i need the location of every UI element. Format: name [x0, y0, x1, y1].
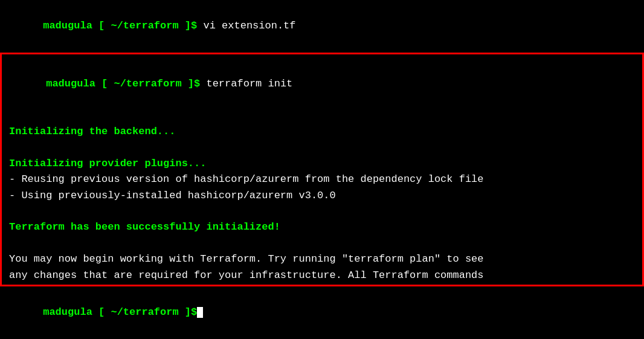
top-bar: madugula [ ~/terraform ]$ vi extension.t… [0, 0, 644, 53]
output-line-blank-4 [9, 236, 635, 251]
init-command: terraform init [200, 78, 292, 89]
bottom-prompt-line: madugula [ ~/terraform ]$ [6, 289, 638, 337]
top-command: vi extension.tf [197, 20, 295, 31]
output-line-initializing-backend: Initializing the backend... [9, 124, 635, 140]
output-line-success: Terraform has been successfully initiali… [9, 219, 635, 235]
top-command-line: madugula [ ~/terraform ]$ vi extension.t… [6, 2, 638, 50]
top-prompt: madugula [ ~/terraform ]$ [43, 20, 197, 31]
output-line-reusing: - Reusing previous version of hashicorp/… [9, 172, 635, 187]
output-line-initializing-plugins: Initializing provider plugins... [9, 156, 635, 172]
main-bordered-content: madugula [ ~/terraform ]$ terraform init… [0, 53, 644, 286]
output-line-may-now: You may now begin working with Terraform… [9, 251, 635, 267]
output-line-any-changes: any changes that are required for your i… [9, 268, 635, 283]
bottom-bar: madugula [ ~/terraform ]$ [0, 286, 644, 339]
output-line-blank-1 [9, 108, 635, 124]
cursor [197, 307, 203, 318]
output-line-blank-2 [9, 140, 635, 156]
output-line-using: - Using previously-installed hashicorp/a… [9, 188, 635, 204]
bottom-prompt: madugula [ ~/terraform ]$ [43, 306, 197, 318]
init-command-line: madugula [ ~/terraform ]$ terraform init [9, 60, 635, 108]
output-line-blank-3 [9, 204, 635, 219]
init-prompt: madugula [ ~/terraform ]$ [46, 78, 200, 89]
terminal-window: madugula [ ~/terraform ]$ vi extension.t… [0, 0, 644, 339]
